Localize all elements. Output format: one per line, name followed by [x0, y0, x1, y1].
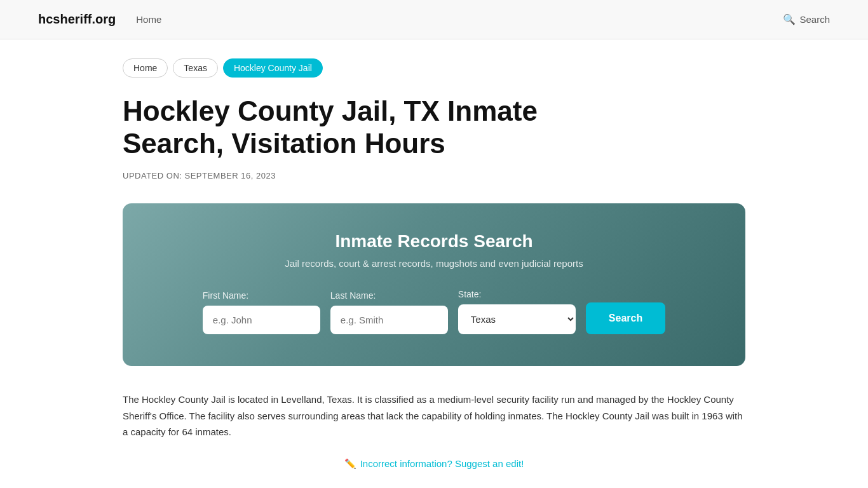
suggest-edit-link[interactable]: ✏️ Incorrect information? Suggest an edi… [344, 458, 524, 470]
suggest-edit-section: ✏️ Incorrect information? Suggest an edi… [123, 458, 745, 470]
last-name-label: Last Name: [330, 290, 448, 301]
updated-date: UPDATED ON: SEPTEMBER 16, 2023 [123, 171, 745, 180]
search-card: Inmate Records Search Jail records, cour… [123, 203, 745, 366]
search-card-subtitle: Jail records, court & arrest records, mu… [161, 258, 707, 269]
search-icon: 🔍 [783, 13, 796, 25]
header-left: hcsheriff.org Home [38, 12, 161, 27]
last-name-group: Last Name: [330, 290, 448, 334]
state-select[interactable]: AlabamaAlaskaArizonaArkansasCaliforniaCo… [458, 304, 576, 334]
pencil-icon: ✏️ [344, 458, 356, 470]
main-content: Home Texas Hockley County Jail Hockley C… [85, 39, 783, 488]
first-name-group: First Name: [203, 290, 320, 334]
search-card-title: Inmate Records Search [161, 231, 707, 252]
page-title: Hockley County Jail, TX Inmate Search, V… [123, 95, 644, 159]
breadcrumb-texas[interactable]: Texas [173, 58, 218, 78]
breadcrumb: Home Texas Hockley County Jail [123, 58, 745, 78]
suggest-edit-label: Incorrect information? Suggest an edit! [360, 458, 524, 469]
first-name-label: First Name: [203, 290, 320, 301]
description-text: The Hockley County Jail is located in Le… [123, 391, 745, 440]
state-group: State: AlabamaAlaskaArizonaArkansasCalif… [458, 289, 576, 334]
header-search[interactable]: 🔍 Search [783, 13, 830, 25]
breadcrumb-hockley[interactable]: Hockley County Jail [223, 58, 323, 78]
inmate-search-form: First Name: Last Name: State: AlabamaAla… [161, 289, 707, 334]
nav-home[interactable]: Home [136, 14, 161, 25]
state-label: State: [458, 289, 576, 299]
first-name-input[interactable] [203, 306, 320, 334]
site-header: hcsheriff.org Home 🔍 Search [0, 0, 868, 39]
header-search-label: Search [799, 14, 830, 25]
site-logo[interactable]: hcsheriff.org [38, 12, 116, 27]
last-name-input[interactable] [330, 306, 448, 334]
breadcrumb-home[interactable]: Home [123, 58, 168, 78]
search-button[interactable]: Search [586, 302, 665, 334]
